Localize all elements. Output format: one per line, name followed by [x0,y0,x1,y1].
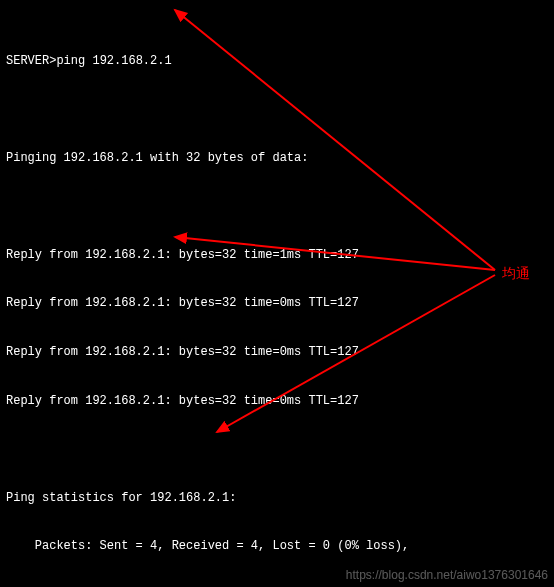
reply-line: Reply from 192.168.2.1: bytes=32 time=0m… [6,393,548,409]
reply-line: Reply from 192.168.2.1: bytes=32 time=0m… [6,295,548,311]
packets-line: Packets: Sent = 4, Received = 4, Lost = … [6,538,548,554]
reply-line: Reply from 192.168.2.1: bytes=32 time=0m… [6,344,548,360]
pinging-line: Pinging 192.168.2.1 with 32 bytes of dat… [6,150,548,166]
watermark: https://blog.csdn.net/aiwo1376301646 [346,567,548,583]
prompt: SERVER> [6,54,56,68]
annotation-label: 均通 [502,264,530,283]
command: ping 192.168.2.1 [56,54,171,68]
stats-header: Ping statistics for 192.168.2.1: [6,490,548,506]
terminal-output: SERVER>ping 192.168.2.1 Pinging 192.168.… [0,0,554,587]
reply-line: Reply from 192.168.2.1: bytes=32 time=1m… [6,247,548,263]
